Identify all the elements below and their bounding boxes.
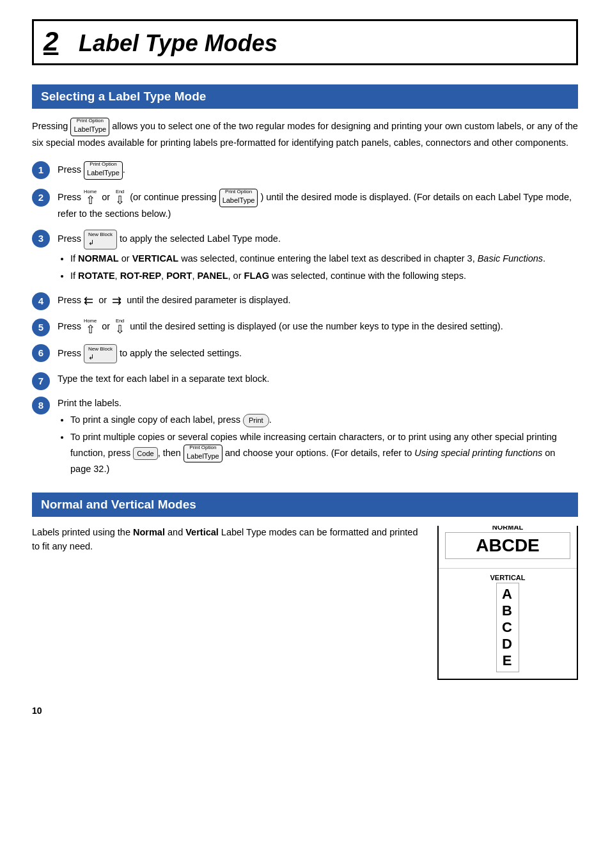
chapter-title: Label Type Modes <box>72 30 278 56</box>
step-8-bullets: To print a single copy of each label, pr… <box>70 413 578 477</box>
vertical-row: VERTICAL A B C D E <box>439 571 577 679</box>
step-1: 1 Press Print Option LabelType . <box>32 161 578 182</box>
left-tab-arrow: ⇇ <box>84 292 93 310</box>
step-num-2: 2 <box>32 189 50 207</box>
step-3-bullets: If NORMAL or VERTICAL was selected, cont… <box>70 252 578 283</box>
section2: Normal and Vertical Modes NORMAL ABCDE V… <box>32 493 578 680</box>
step-4-body: Press ⇇ or ⇉ until the desired parameter… <box>58 292 578 312</box>
step-num-3: 3 <box>32 230 50 248</box>
step-6-body: Press New Block ↲ to apply the selected … <box>58 344 578 367</box>
vertical-label: VERTICAL <box>490 574 526 581</box>
vertical-text: A B C D E <box>502 586 513 669</box>
step-7: 7 Type the text for each label in a sepa… <box>32 372 578 390</box>
step-num-8: 8 <box>32 397 50 414</box>
enter-key-s6: New Block ↲ <box>84 344 117 364</box>
section1-header: Selecting a Label Type Mode <box>32 84 578 109</box>
home-up-arrow-s5: Home ⇧ <box>84 319 97 335</box>
step-6: 6 Press New Block ↲ to apply the selecte… <box>32 344 578 367</box>
step-num-5: 5 <box>32 319 50 336</box>
section2-content: NORMAL ABCDE VERTICAL A B C D E Labels <box>32 526 578 680</box>
step-8: 8 Print the labels. To print a single co… <box>32 397 578 480</box>
right-tab-arrow: ⇉ <box>112 292 121 310</box>
normal-label: NORMAL <box>445 526 570 531</box>
chapter-title-box: 2 Label Type Modes <box>32 19 578 65</box>
step-2-body: Press Home ⇧ or End ⇩ (or continue press… <box>58 189 578 223</box>
diagram-divider <box>439 568 577 569</box>
print-option-label: Print Option <box>74 118 106 123</box>
end-down-arrow-s5: End ⇩ <box>115 319 125 335</box>
enter-key-s3: New Block ↲ <box>84 230 117 249</box>
code-key: Code <box>133 447 157 461</box>
step-7-body: Type the text for each label in a separa… <box>58 372 578 389</box>
step-5-body: Press Home ⇧ or End ⇩ until the desired … <box>58 319 578 338</box>
label-type-key-intro: Print Option LabelType <box>70 118 109 136</box>
normal-vertical-diagram: NORMAL ABCDE VERTICAL A B C D E <box>437 526 578 680</box>
section1-content: Pressing Print Option LabelType allows y… <box>32 118 578 480</box>
end-down-arrow: End ⇩ <box>115 189 125 206</box>
step-num-6: 6 <box>32 344 50 362</box>
step-5: 5 Press Home ⇧ or End ⇩ until the desire… <box>32 319 578 338</box>
normal-row: NORMAL ABCDE <box>439 526 577 565</box>
home-up-arrow: Home ⇧ <box>84 189 97 206</box>
normal-text: ABCDE <box>445 532 570 559</box>
vertical-text-box: A B C D E <box>496 583 519 672</box>
page-number: 10 <box>32 706 578 716</box>
steps-list: 1 Press Print Option LabelType . 2 Press… <box>32 161 578 480</box>
label-type-key-s1: Print Option LabelType <box>84 161 123 180</box>
section1-intro: Pressing Print Option LabelType allows y… <box>32 118 578 150</box>
step-num-7: 7 <box>32 372 50 390</box>
chapter-number: 2 <box>43 26 58 57</box>
step-num-4: 4 <box>32 292 50 310</box>
label-type-key-s8: Print Option LabelType <box>184 445 223 463</box>
step-8-body: Print the labels. To print a single copy… <box>58 397 578 480</box>
step-1-body: Press Print Option LabelType . <box>58 161 578 182</box>
step-num-1: 1 <box>32 161 50 179</box>
label-type-key-s2: Print Option LabelType <box>219 189 258 207</box>
step-3: 3 Press New Block ↲ to apply the selecte… <box>32 230 578 286</box>
print-key: Print <box>243 414 269 427</box>
step-4: 4 Press ⇇ or ⇉ until the desired paramet… <box>32 292 578 312</box>
section2-header: Normal and Vertical Modes <box>32 493 578 517</box>
step-3-body: Press New Block ↲ to apply the selected … <box>58 230 578 286</box>
step-2: 2 Press Home ⇧ or End ⇩ (or continue pre… <box>32 189 578 223</box>
